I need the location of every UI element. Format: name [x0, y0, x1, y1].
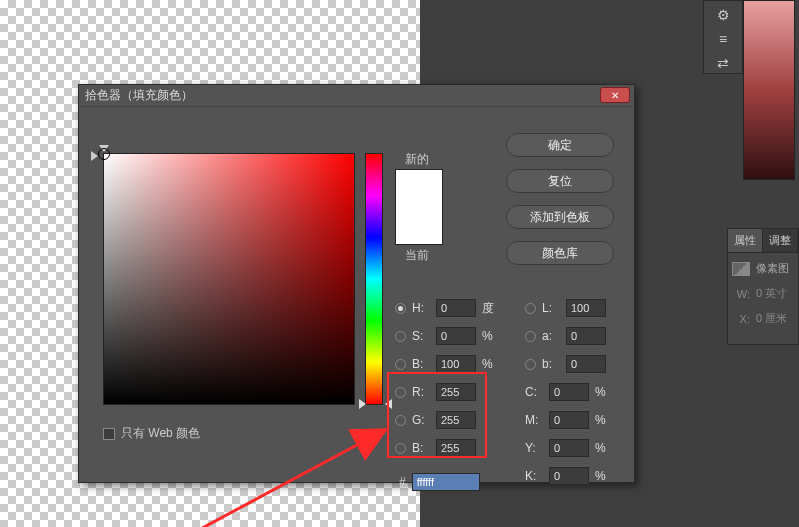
- web-colors-checkbox[interactable]: [103, 428, 115, 440]
- label-k: K:: [525, 469, 543, 483]
- radio-s[interactable]: [395, 331, 406, 342]
- input-y[interactable]: [549, 439, 589, 457]
- adjustments-icon[interactable]: ⇄: [711, 53, 735, 73]
- radio-l[interactable]: [525, 303, 536, 314]
- radio-b-lab[interactable]: [525, 359, 536, 370]
- color-swatch-box: [395, 169, 443, 245]
- radio-b-rgb[interactable]: [395, 443, 406, 454]
- input-g[interactable]: [436, 411, 476, 429]
- radio-h[interactable]: [395, 303, 406, 314]
- hue-indicator-left: [359, 399, 366, 409]
- swatch-new-label: 新的: [405, 151, 429, 168]
- input-s[interactable]: [436, 327, 476, 345]
- close-icon: ✕: [611, 90, 619, 101]
- color-picker-dialog: 拾色器（填充颜色） ✕ 新的 当前 确定 复位 添加到色板 颜色库: [78, 84, 635, 483]
- ok-button[interactable]: 确定: [506, 133, 614, 157]
- hex-row: #: [399, 473, 480, 491]
- unit-y: %: [595, 441, 611, 455]
- label-a: a:: [542, 329, 560, 343]
- unit-m: %: [595, 413, 611, 427]
- x-value: 0 厘米: [756, 311, 787, 326]
- label-b-rgb: B:: [412, 441, 430, 455]
- saturation-value-field[interactable]: [103, 153, 355, 405]
- width-label: W:: [732, 288, 750, 300]
- properties-panel-tabs: 属性 调整: [727, 228, 799, 253]
- label-g: G:: [412, 413, 430, 427]
- x-label: X:: [732, 313, 750, 325]
- histogram-icon[interactable]: ≡: [711, 29, 735, 49]
- dialog-titlebar[interactable]: 拾色器（填充颜色） ✕: [79, 85, 634, 107]
- pixel-layer-icon: [732, 262, 750, 276]
- label-m: M:: [525, 413, 543, 427]
- color-library-button[interactable]: 颜色库: [506, 241, 614, 265]
- label-h: H:: [412, 301, 430, 315]
- hex-input[interactable]: [412, 473, 480, 491]
- hue-strip[interactable]: [365, 153, 383, 405]
- reset-button[interactable]: 复位: [506, 169, 614, 193]
- gradient-preview-swatch: [743, 0, 795, 180]
- label-r: R:: [412, 385, 430, 399]
- input-a[interactable]: [566, 327, 606, 345]
- field-indicator-left: [91, 151, 98, 161]
- input-l[interactable]: [566, 299, 606, 317]
- tab-properties[interactable]: 属性: [728, 229, 763, 252]
- label-b-hsb: B:: [412, 357, 430, 371]
- width-value: 0 英寸: [756, 286, 787, 301]
- swatch-current-color[interactable]: [396, 207, 442, 244]
- dialog-body: 新的 当前 确定 复位 添加到色板 颜色库 H: 度 S:: [79, 107, 634, 482]
- unit-c: %: [595, 385, 611, 399]
- properties-panel: 像素图 W: 0 英寸 X: 0 厘米: [727, 252, 799, 345]
- swatch-current-label: 当前: [405, 247, 429, 264]
- hue-indicator-right: [385, 399, 392, 409]
- radio-g[interactable]: [395, 415, 406, 426]
- close-button[interactable]: ✕: [600, 87, 630, 103]
- input-b-lab[interactable]: [566, 355, 606, 373]
- input-r[interactable]: [436, 383, 476, 401]
- dialog-title: 拾色器（填充颜色）: [85, 87, 193, 104]
- input-b-hsb[interactable]: [436, 355, 476, 373]
- label-y: Y:: [525, 441, 543, 455]
- tab-adjustments[interactable]: 调整: [763, 229, 798, 252]
- radio-b-hsb[interactable]: [395, 359, 406, 370]
- hex-hash-label: #: [399, 475, 406, 489]
- label-b-lab: b:: [542, 357, 560, 371]
- radio-r[interactable]: [395, 387, 406, 398]
- web-colors-label: 只有 Web 颜色: [121, 425, 200, 442]
- dock-icon-strip: ⚙ ≡ ⇄: [703, 0, 743, 74]
- label-s: S:: [412, 329, 430, 343]
- field-cursor[interactable]: [98, 148, 110, 160]
- input-k[interactable]: [549, 467, 589, 485]
- brush-settings-icon[interactable]: ⚙: [711, 5, 735, 25]
- label-l: L:: [542, 301, 560, 315]
- input-c[interactable]: [549, 383, 589, 401]
- pixel-layer-label: 像素图: [756, 261, 789, 276]
- input-h[interactable]: [436, 299, 476, 317]
- label-c: C:: [525, 385, 543, 399]
- unit-k: %: [595, 469, 611, 483]
- input-m[interactable]: [549, 411, 589, 429]
- dialog-button-column: 确定 复位 添加到色板 颜色库: [506, 133, 614, 265]
- swatch-new-color: [396, 170, 442, 207]
- web-colors-row: 只有 Web 颜色: [103, 425, 200, 442]
- unit-b-hsb: %: [482, 357, 498, 371]
- input-b-rgb[interactable]: [436, 439, 476, 457]
- unit-h: 度: [482, 300, 498, 317]
- unit-s: %: [482, 329, 498, 343]
- add-swatches-button[interactable]: 添加到色板: [506, 205, 614, 229]
- radio-a[interactable]: [525, 331, 536, 342]
